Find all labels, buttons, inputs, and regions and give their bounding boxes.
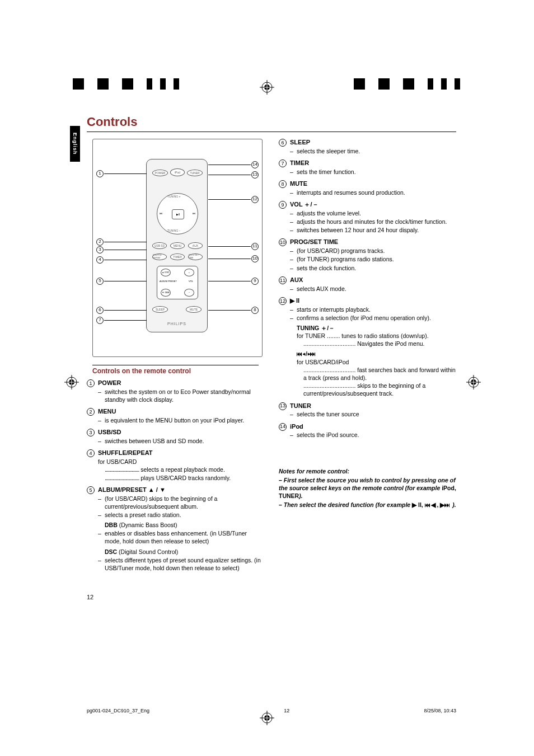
item-tuner: 13 TUNER –selects the tuner source xyxy=(279,402,456,419)
callout-6: 6 xyxy=(96,306,104,314)
btn-down-dbb: ▼ DBB xyxy=(161,289,171,297)
callout-9: 9 xyxy=(251,277,259,285)
crosshair-left xyxy=(64,375,79,389)
btn-prog: PROG SET TIME xyxy=(188,253,203,260)
item-name: POWER xyxy=(98,379,264,387)
btn-vol-minus: − xyxy=(184,289,194,297)
album-vol-block: ▲ DSC + ALBUM PRESET VOL ▼ DBB − xyxy=(157,266,198,299)
callout-4: 4 xyxy=(96,256,104,264)
item-timer: 7 TIMER –sets the timer function. xyxy=(279,159,456,176)
dpad-right: ⏭ xyxy=(193,212,195,215)
item-power: 1 POWER –switches the system on or to Ec… xyxy=(87,379,264,403)
item-playpause: 12 ▶ II –starts or interrupts playback. … xyxy=(279,297,456,398)
item-aux: 11 AUX –selects AUX mode. xyxy=(279,276,456,293)
btn-up-dsc: ▲ DSC xyxy=(161,269,171,276)
callout-5: 5 xyxy=(96,277,104,285)
remote-notes: Notes for remote control: – First select… xyxy=(279,467,456,509)
brand-label: PHILIPS xyxy=(147,321,207,326)
footer-date: 8/25/08, 10:43 xyxy=(424,708,456,713)
callout-2: 2 xyxy=(96,238,104,246)
section-subhead: Controls on the remote control xyxy=(92,365,259,375)
item-sleep: 6 SLEEP –selects the sleeper time. xyxy=(279,138,456,155)
language-tab: English xyxy=(70,126,80,162)
page-number: 12 xyxy=(87,593,264,602)
callout-13: 13 xyxy=(251,171,259,179)
item-prog: 10 PROG/SET TIME –(for USB/CARD) program… xyxy=(279,238,456,271)
item-ipod: 14 iPod –selects the iPod source. xyxy=(279,422,456,439)
item-shuffle: 4 SHUFFLE/REPEAT for USB/CARD ..........… xyxy=(87,449,264,481)
callout-1: 1 xyxy=(96,170,104,177)
reg-left xyxy=(73,78,180,90)
callout-14: 14 xyxy=(251,161,259,168)
btn-usb: USB SD xyxy=(152,242,167,249)
page-title: Controls xyxy=(87,115,456,129)
btn-mute: MUTE xyxy=(186,306,202,313)
dpad-center: ▶II xyxy=(172,209,184,219)
item-usb-sd: 3 USB/SD –swicthes between USB and SD mo… xyxy=(87,428,264,445)
callout-3: 3 xyxy=(96,246,104,253)
column-left: POWER iPod TUNER ▶II TUNING + TUNING − ⏮… xyxy=(87,137,264,596)
btn-ipod: iPod xyxy=(170,168,185,176)
item-menu: 2 MENU –is equivalent to the MENU button… xyxy=(87,407,264,424)
remote-outline: POWER iPod TUNER ▶II TUNING + TUNING − ⏮… xyxy=(146,159,208,332)
page-content: English Controls POWER iPod TUNER ▶II TU… xyxy=(87,115,456,596)
btn-sleep: SLEEP xyxy=(152,306,168,313)
btn-shuffle: SHUFFLE REPEAT xyxy=(152,253,167,260)
crosshair-top xyxy=(260,80,274,95)
callout-7: 7 xyxy=(96,316,104,324)
column-right: 6 SLEEP –selects the sleeper time. 7 TIM… xyxy=(279,137,456,596)
item-vol: 9 VOL ＋/－ –adjusts the volume level. –ad… xyxy=(279,200,456,234)
btn-timer: TIMER xyxy=(170,253,185,260)
dpad: ▶II TUNING + TUNING − ⏮ ⏭ xyxy=(157,193,198,234)
page-footer: pg001-024_DC910_37_Eng 12 8/25/08, 10:43 xyxy=(87,708,456,713)
btn-aux: AUX xyxy=(188,242,203,249)
crosshair-right xyxy=(466,375,481,389)
dpad-left: ⏮ xyxy=(160,212,162,215)
callout-10: 10 xyxy=(251,255,259,262)
btn-menu: MENU xyxy=(170,242,185,249)
callout-11: 11 xyxy=(251,242,259,250)
remote-diagram: POWER iPod TUNER ▶II TUNING + TUNING − ⏮… xyxy=(92,139,263,357)
btn-vol-plus: + xyxy=(184,269,194,276)
footer-filename: pg001-024_DC910_37_Eng xyxy=(87,708,149,713)
reg-right xyxy=(354,78,461,90)
btn-power: POWER xyxy=(152,170,168,176)
dpad-down: TUNING − xyxy=(167,229,180,233)
lbl-vol: VOL xyxy=(189,280,193,283)
item-mute: 8 MUTE –interrupts and resumes sound pro… xyxy=(279,180,456,196)
footer-page: 12 xyxy=(284,708,289,713)
btn-tuner: TUNER xyxy=(187,170,203,176)
callout-8: 8 xyxy=(251,306,259,314)
item-album-preset: 5 ALBUM/PRESET ▲ / ▼ –(for USB/CARD) ski… xyxy=(87,486,264,572)
dpad-up: TUNING + xyxy=(167,195,180,199)
lbl-album: ALBUM PRESET xyxy=(160,280,177,283)
title-rule xyxy=(87,132,456,132)
callout-12: 12 xyxy=(251,195,259,203)
